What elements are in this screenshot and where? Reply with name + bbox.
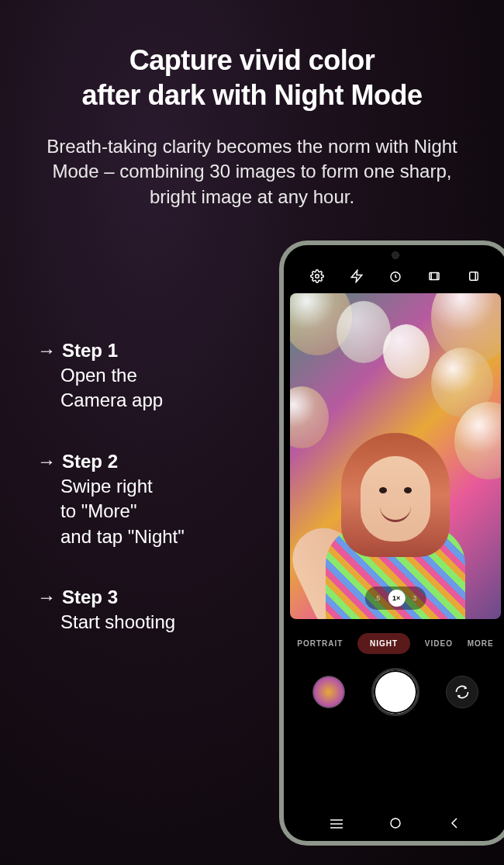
camera-toolbar: [284, 268, 504, 284]
step-3: → Step 3 Start shooting: [37, 586, 239, 635]
back-icon[interactable]: [443, 817, 466, 833]
svg-point-8: [391, 818, 400, 828]
arrow-right-icon: →: [37, 586, 56, 608]
effects-icon[interactable]: [466, 268, 482, 284]
svg-point-0: [316, 275, 319, 279]
step-1: → Step 1 Open theCamera app: [37, 340, 239, 413]
flash-icon[interactable]: [349, 268, 364, 284]
front-camera-icon: [392, 251, 399, 259]
switch-camera-button[interactable]: [446, 676, 478, 708]
step-label: Step 3: [62, 586, 118, 608]
shutter-button[interactable]: [371, 668, 419, 716]
step-2: → Step 2 Swipe rightto "More"and tap "Ni…: [37, 451, 239, 549]
system-navbar: [284, 817, 504, 833]
mode-night[interactable]: NIGHT: [357, 633, 410, 654]
timer-icon[interactable]: [388, 268, 403, 284]
page-title: Capture vivid colorafter dark with Night…: [0, 0, 504, 112]
mode-video[interactable]: VIDEO: [425, 639, 453, 648]
viewfinder[interactable]: .5 1× 3: [290, 293, 501, 619]
settings-icon[interactable]: [309, 268, 325, 284]
camera-modes[interactable]: PORTRAIT NIGHT VIDEO MORE: [284, 633, 504, 654]
step-label: Step 1: [62, 340, 118, 362]
arrow-right-icon: →: [37, 340, 56, 362]
step-body: Start shooting: [60, 610, 239, 635]
zoom-option-active[interactable]: 1×: [388, 590, 405, 607]
ratio-icon[interactable]: [426, 268, 442, 284]
zoom-option[interactable]: 3: [409, 592, 419, 604]
page-subtitle: Breath-taking clarity becomes the norm w…: [0, 134, 504, 209]
step-label: Step 2: [62, 451, 118, 472]
step-body: Swipe rightto "More"and tap "Night": [60, 474, 239, 549]
step-body: Open theCamera app: [60, 363, 239, 413]
svg-marker-1: [351, 271, 362, 282]
phone-mockup: .5 1× 3 PORTRAIT NIGHT VIDEO MORE: [279, 240, 504, 846]
home-icon[interactable]: [384, 817, 407, 833]
mode-more[interactable]: MORE: [468, 639, 494, 648]
mode-portrait[interactable]: PORTRAIT: [297, 639, 343, 648]
steps-list: → Step 1 Open theCamera app → Step 2 Swi…: [37, 340, 239, 672]
phone-screen: .5 1× 3 PORTRAIT NIGHT VIDEO MORE: [284, 245, 504, 841]
gallery-thumbnail[interactable]: [312, 676, 345, 708]
camera-controls: [284, 668, 504, 716]
arrow-right-icon: →: [37, 451, 56, 472]
zoom-control[interactable]: .5 1× 3: [365, 586, 426, 610]
zoom-option[interactable]: .5: [371, 592, 384, 604]
svg-rect-4: [470, 272, 478, 281]
recents-icon[interactable]: [325, 817, 348, 833]
